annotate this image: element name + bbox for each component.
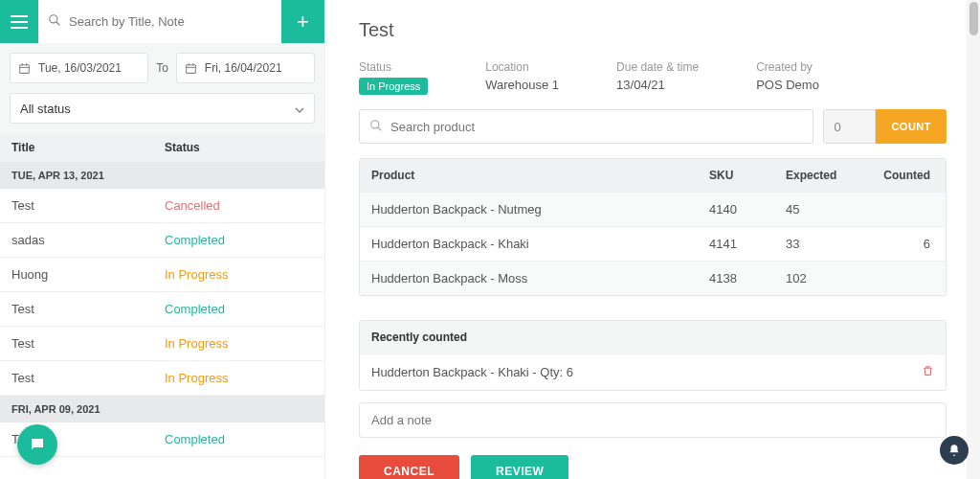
list-item-status: Completed [165, 233, 313, 247]
scroll-thumb[interactable] [969, 2, 978, 35]
list-item-status: In Progress [165, 267, 313, 282]
list-item-title: sadas [11, 233, 165, 247]
chevron-down-icon [295, 102, 304, 116]
chat-icon [29, 436, 46, 453]
page-title: Test [359, 19, 947, 41]
search-icon [48, 13, 61, 30]
date-to-label: To [156, 61, 168, 75]
recent-item-text: Hudderton Backpack - Khaki - Qty: 6 [371, 365, 573, 379]
meta-location-label: Location [485, 60, 559, 74]
list-group-header: TUE, APR 13, 2021 [0, 162, 324, 189]
list-item-status: Cancelled [165, 198, 313, 213]
list-item-title: Test [11, 336, 165, 351]
col-header-status: Status [165, 141, 200, 154]
col-header-title: Title [11, 141, 165, 154]
svg-rect-2 [20, 64, 30, 73]
list-item-title: Test [11, 198, 165, 213]
search-product-input[interactable] [369, 120, 803, 134]
status-badge: In Progress [359, 78, 428, 95]
td-sku: 4138 [709, 271, 786, 285]
list-item-status: In Progress [165, 336, 313, 351]
td-product: Hudderton Backpack - Khaki [371, 237, 709, 251]
add-button[interactable]: + [281, 0, 324, 43]
calendar-icon [185, 62, 197, 75]
list-group-header: FRI, APR 09, 2021 [0, 396, 324, 422]
search-product-wrap[interactable] [359, 109, 813, 144]
td-product: Hudderton Backpack - Nutmeg [371, 202, 709, 217]
list-item-title: Huong [11, 267, 165, 282]
td-counted [872, 202, 934, 217]
meta-created-label: Created by [756, 60, 819, 74]
hamburger-icon [11, 15, 28, 29]
plus-icon: + [297, 10, 309, 34]
svg-line-1 [56, 22, 60, 26]
note-input[interactable] [371, 413, 934, 427]
list-item[interactable]: TestCancelled [0, 189, 324, 223]
cancel-button[interactable]: CANCEL [359, 455, 459, 479]
td-expected: 33 [786, 237, 872, 251]
notifications-fab[interactable] [940, 436, 969, 465]
list-item-status: In Progress [165, 371, 313, 385]
meta-due-value: 13/04/21 [616, 78, 699, 92]
th-product: Product [371, 169, 709, 182]
th-counted: Counted [872, 169, 934, 182]
list-item[interactable]: TestIn Progress [0, 327, 324, 361]
list-item[interactable]: TestCompleted [0, 292, 324, 327]
list-item-title: Test [11, 371, 165, 385]
table-row[interactable]: Hudderton Backpack - Moss4138102 [360, 261, 946, 295]
meta-location-value: Warehouse 1 [485, 78, 559, 92]
td-expected: 102 [786, 271, 872, 285]
note-box[interactable] [359, 402, 947, 438]
date-from-value: Tue, 16/03/2021 [38, 61, 122, 75]
td-counted: 6 [872, 237, 934, 251]
td-sku: 4141 [709, 237, 786, 251]
list-item[interactable]: sadasCompleted [0, 223, 324, 258]
meta-created-value: POS Demo [756, 78, 819, 92]
status-filter-value: All status [20, 102, 71, 116]
recent-counted-box: Recently counted Hudderton Backpack - Kh… [359, 320, 947, 391]
td-product: Hudderton Backpack - Moss [371, 271, 709, 285]
svg-rect-6 [186, 64, 195, 73]
calendar-icon [18, 62, 31, 75]
list-item-title: Test [11, 302, 165, 316]
date-to-value: Fri, 16/04/2021 [205, 61, 282, 75]
meta-status-label: Status [359, 60, 428, 74]
svg-point-10 [371, 120, 379, 127]
table-row[interactable]: Hudderton Backpack - Khaki4141336 [360, 226, 946, 261]
th-expected: Expected [786, 169, 872, 182]
recent-item: Hudderton Backpack - Khaki - Qty: 6 [360, 354, 946, 390]
search-input[interactable] [48, 14, 272, 29]
list-item[interactable]: HuongIn Progress [0, 258, 324, 292]
table-row[interactable]: Hudderton Backpack - Nutmeg414045 [360, 192, 946, 226]
qty-input[interactable]: 0 [823, 109, 876, 144]
svg-line-11 [378, 126, 382, 130]
list-item[interactable]: TestIn Progress [0, 361, 324, 396]
td-counted [872, 271, 934, 285]
search-icon [369, 119, 383, 135]
svg-point-0 [50, 15, 57, 23]
th-sku: SKU [709, 169, 786, 182]
td-expected: 45 [786, 202, 872, 217]
date-from-input[interactable]: Tue, 16/03/2021 [10, 53, 148, 83]
search-input-wrap[interactable] [38, 0, 281, 43]
status-filter-select[interactable]: All status [10, 93, 315, 124]
date-to-input[interactable]: Fri, 16/04/2021 [176, 53, 315, 83]
list-item-status: Completed [165, 302, 313, 316]
meta-due-label: Due date & time [616, 60, 699, 74]
scrollbar[interactable] [967, 0, 980, 479]
list-header: Title Status [0, 133, 324, 162]
bell-icon [947, 444, 961, 457]
chat-fab[interactable] [17, 424, 57, 465]
recent-header: Recently counted [360, 321, 946, 354]
trash-icon[interactable] [922, 364, 934, 380]
menu-button[interactable] [0, 0, 38, 43]
count-button[interactable]: COUNT [876, 109, 947, 144]
review-button[interactable]: REVIEW [471, 455, 568, 479]
td-sku: 4140 [709, 202, 786, 217]
product-table: Product SKU Expected Counted Hudderton B… [359, 158, 947, 296]
list-item-status: Completed [165, 432, 313, 446]
